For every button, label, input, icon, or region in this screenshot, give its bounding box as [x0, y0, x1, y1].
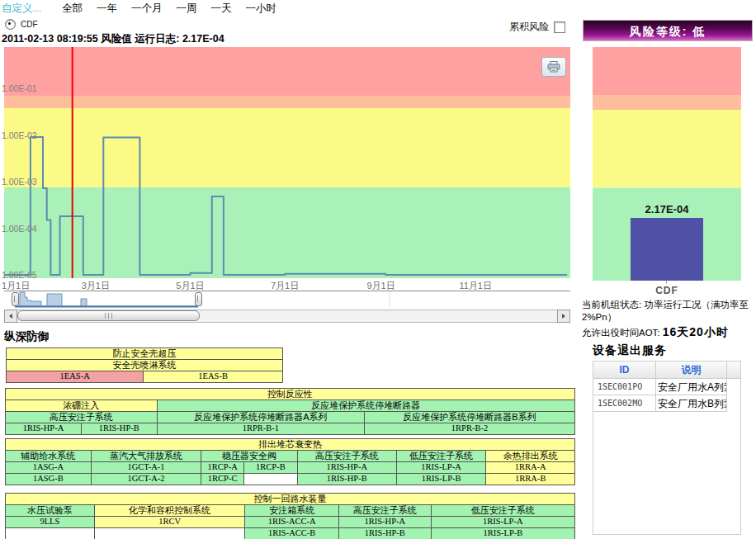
- status-cell: 反应堆保护系统停堆断路器A系列: [157, 412, 364, 423]
- table-row: 排出堆芯衰变热: [6, 439, 574, 450]
- table-row: 辅助给水系统蒸汽大气排放系统稳压器安全阀高压安注子系统低压安注子系统余热排出系统: [6, 450, 574, 461]
- band-medium-risk: [4, 108, 570, 187]
- status-cell: 辅助给水系统: [6, 451, 91, 461]
- range-link-5[interactable]: 一小时: [245, 2, 276, 16]
- status-cell: 水压试验泵: [6, 505, 94, 516]
- overview-navigator[interactable]: [0, 291, 574, 308]
- gauge-axis-tick: [666, 281, 667, 284]
- scroll-right-button[interactable]: [557, 310, 570, 323]
- risk-level-banner: 风险等级: 低: [583, 20, 753, 41]
- radio-icon[interactable]: [5, 19, 16, 30]
- equipment-description: 安全厂用水B列泵电: [656, 395, 727, 412]
- table-row: 浓硼注入反应堆保护系统停堆断路器: [6, 400, 574, 411]
- cumulative-risk-control: 累积风险: [509, 20, 565, 34]
- status-cell: 安注箱系统: [244, 505, 338, 516]
- defense-table-3: 控制一回路水装量水压试验泵化学和容积控制系统安注箱系统高压安注子系统低压安注子系…: [5, 493, 575, 539]
- status-cell: 低压安注子系统: [396, 451, 486, 461]
- range-link-1[interactable]: 一年: [97, 2, 117, 16]
- equipment-table: ID说明1SEC001PO安全厂用水A列泵1SEC002MO安全厂用水B列泵电: [593, 361, 741, 535]
- status-cell: 1RCV: [94, 517, 245, 527]
- navigator-left-handle[interactable]: [12, 292, 19, 306]
- column-header-desc[interactable]: 说明: [656, 362, 727, 378]
- status-cell: 反应堆保护系统停堆断路器: [157, 400, 574, 411]
- table-row: 防止安全壳超压: [7, 348, 282, 359]
- status-cell: 1EAS-A: [7, 371, 143, 382]
- equipment-row: 1SEC002MO安全厂用水B列泵电: [593, 395, 740, 412]
- status-cell: 1RIS-HP-B: [338, 528, 431, 539]
- status-cell: 稳压器安全阀: [201, 451, 296, 461]
- risk-gauge-chart: [593, 47, 741, 281]
- range-link-2[interactable]: 一个月: [131, 2, 163, 16]
- aot-text: 允许出役时间AOT: 16天20小时: [582, 325, 729, 340]
- checkbox-icon[interactable]: [554, 21, 565, 33]
- gauge-band: [593, 110, 741, 187]
- arrow-left-icon: [9, 314, 12, 319]
- table-row: 9LLS1RCV1RIS-ACC-A1RIS-HP-A1RIS-LP-A: [6, 516, 574, 527]
- status-cell: 1RRA-B: [485, 474, 574, 485]
- status-cell: 1RIS-HP-B: [297, 474, 396, 485]
- risk-trend-chart: [0, 47, 574, 279]
- equipment-row: 1SEC001PO安全厂用水A列泵: [593, 379, 740, 395]
- table-row: 安全壳喷淋系统: [7, 359, 282, 371]
- defense-table-1: 控制反应性浓硼注入反应堆保护系统停堆断路器高压安注子系统反应堆保护系统停堆断路器…: [5, 388, 575, 435]
- status-cell: 1RPR-B-2: [364, 423, 574, 434]
- status-cell: 1RCP-B: [243, 462, 297, 473]
- defense-table-0: 防止安全壳超压安全壳喷淋系统1EAS-A1EAS-B: [6, 348, 283, 383]
- status-cell: 1EAS-B: [143, 371, 282, 382]
- printer-icon: [547, 61, 560, 73]
- unit-status-text: 当前机组状态: 功率运行工况（满功率至2%Pn）: [582, 299, 756, 324]
- print-button[interactable]: [541, 57, 566, 77]
- status-cell: 1RIS-ACC-B: [244, 528, 338, 539]
- empty-cell: [94, 528, 245, 539]
- status-cell: 1RIS-LP-B: [396, 474, 486, 485]
- cumulative-risk-label: 累积风险: [509, 20, 549, 34]
- arrow-right-icon: [562, 314, 565, 319]
- table-row: 1RIS-HP-A1RIS-HP-B1RPR-B-11RPR-B-2: [6, 423, 574, 434]
- equipment-description: 安全厂用水A列泵: [656, 379, 727, 395]
- gauge-value-label: 2.17E-04: [645, 203, 689, 215]
- status-cell: 蒸汽大气排放系统: [91, 451, 201, 461]
- band-high-risk: [4, 47, 570, 96]
- status-cell: 高压安注子系统: [338, 505, 431, 516]
- empty-cell: [6, 528, 94, 539]
- range-link-0[interactable]: 全部: [62, 2, 83, 16]
- status-cell: 1RIS-ACC-A: [244, 517, 338, 527]
- empty-cell: [243, 474, 297, 485]
- table-row: 1RIS-ACC-B1RIS-HP-B1RIS-LP-B: [6, 527, 574, 539]
- status-cell: 排出堆芯衰变热: [6, 439, 574, 450]
- status-cell: 浓硼注入: [6, 400, 157, 411]
- gauge-category-label: CDF: [655, 285, 678, 296]
- status-cell: 1RIS-HP-A: [6, 423, 81, 434]
- custom-range-link[interactable]: 自定义...: [2, 2, 41, 16]
- band-low-risk: [4, 187, 570, 278]
- table-row: 高压安注子系统反应堆保护系统停堆断路器A系列反应堆保护系统停堆断路器B系列: [6, 411, 574, 423]
- equipment-id: 1SEC001PO: [593, 379, 656, 395]
- status-cell: 化学和容积控制系统: [94, 505, 245, 516]
- y-tick-label: 1.00E-01: [2, 83, 37, 93]
- status-cell: 1GCT-A-2: [91, 474, 201, 485]
- chart-scrollbar-thumb[interactable]: [17, 310, 200, 321]
- table-row: 控制一回路水装量: [6, 494, 574, 504]
- equipment-id: 1SEC002MO: [593, 395, 656, 412]
- status-cell: 防止安全壳超压: [7, 348, 282, 359]
- status-line: 2011-02-13 08:19:55 风险值 运行日志: 2.17E-04: [2, 32, 224, 46]
- status-cell: 1RCP-A: [201, 462, 243, 473]
- status-cell: 控制反应性: [6, 389, 574, 400]
- cdf-radio-group: CDF: [5, 19, 38, 30]
- scroll-left-button[interactable]: [4, 310, 17, 323]
- status-cell: 反应堆保护系统停堆断路器B系列: [364, 412, 574, 423]
- range-link-3[interactable]: 一周: [176, 2, 196, 16]
- status-cell: 余热排出系统: [485, 451, 574, 461]
- table-row: 1ASG-B1GCT-A-21RCP-C1RIS-HP-B1RIS-LP-B1R…: [6, 473, 574, 485]
- navigator-area-series: [17, 292, 198, 306]
- equipment-out-of-service-title: 设备退出服务: [593, 343, 667, 358]
- status-cell: 1RPR-B-1: [157, 423, 364, 434]
- y-tick-label: 1.00E-05: [2, 270, 37, 280]
- range-link-4[interactable]: 一天: [210, 2, 231, 16]
- navigator-right-handle[interactable]: [195, 292, 202, 306]
- table-row: 控制反应性: [6, 389, 574, 400]
- status-cell: 1RIS-LP-A: [396, 462, 486, 473]
- status-cell: 1RIS-LP-A: [431, 517, 574, 527]
- column-header-id[interactable]: ID: [593, 362, 656, 378]
- table-row: 水压试验泵化学和容积控制系统安注箱系统高压安注子系统低压安注子系统: [6, 504, 574, 516]
